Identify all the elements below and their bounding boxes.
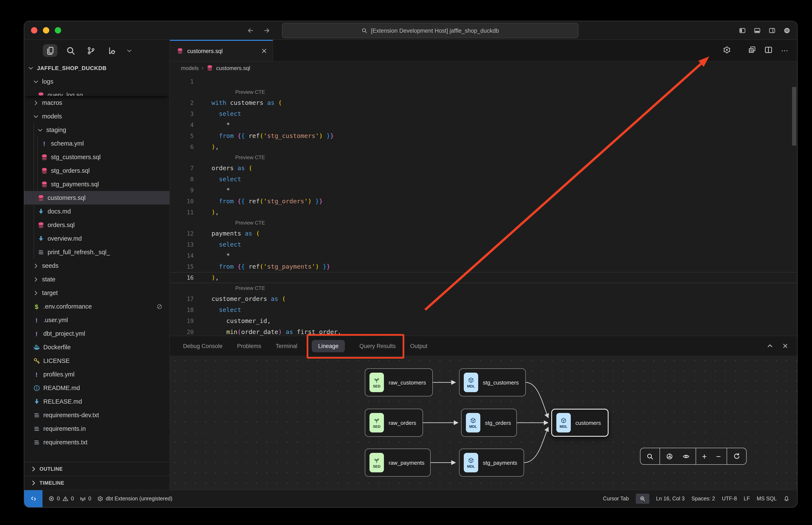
- close-window-button[interactable]: [31, 27, 38, 33]
- tree-item-target[interactable]: target: [24, 286, 169, 300]
- maximize-panel-icon[interactable]: [767, 343, 773, 349]
- codelens-preview-cte[interactable]: Preview CTE: [170, 218, 797, 228]
- tree-item-stg-payments-sql[interactable]: stg_payments.sql: [24, 177, 169, 191]
- notifications-bell[interactable]: [784, 496, 789, 502]
- lineage-aperture-button[interactable]: [666, 453, 673, 460]
- tree-item-dbt-project-yml[interactable]: !dbt_project.yml: [24, 327, 169, 340]
- lineage-node-customers[interactable]: MDLcustomers: [551, 409, 609, 437]
- toggle-panel-icon[interactable]: [754, 27, 761, 34]
- problems-status[interactable]: 0 0: [48, 496, 74, 502]
- tree-item-macros[interactable]: macros: [24, 96, 169, 109]
- tree-item-logs[interactable]: logs: [24, 75, 169, 88]
- tree-item-stg-customers-sql[interactable]: stg_customers.sql: [24, 150, 169, 164]
- eol-status[interactable]: LF: [744, 496, 750, 502]
- lineage-eye-button[interactable]: [682, 453, 690, 460]
- panel-tab-terminal[interactable]: Terminal: [276, 343, 297, 349]
- minimize-window-button[interactable]: [43, 27, 49, 33]
- tree-item-print-full-refresh-sql-[interactable]: print_full_refresh._sql_: [24, 245, 169, 259]
- code-editor[interactable]: 1Preview CTE2with customers as (3 select…: [170, 74, 797, 336]
- lineage-node-stg_payments[interactable]: MDLstg_payments: [459, 449, 524, 477]
- lineage-canvas[interactable]: SEDraw_customersMDLstg_customersSEDraw_o…: [170, 356, 797, 490]
- breadcrumb-folder[interactable]: models: [181, 65, 199, 71]
- cursor-position-status[interactable]: Ln 16, Col 3: [656, 496, 684, 502]
- tree-item-overview-md[interactable]: overview.md: [24, 232, 169, 245]
- code-line-8[interactable]: 8 select: [170, 174, 797, 185]
- code-line-9[interactable]: 9 *: [170, 185, 797, 196]
- tree-item-readme-md[interactable]: README.md: [24, 381, 169, 395]
- nav-back-button[interactable]: [247, 27, 254, 34]
- lineage-plus-button[interactable]: +: [702, 452, 707, 460]
- code-line-19[interactable]: 19 customer_id,: [170, 315, 797, 326]
- code-line-13[interactable]: 13 select: [170, 239, 797, 250]
- panel-tab-problems[interactable]: Problems: [237, 343, 261, 349]
- tree-item-dockerfile[interactable]: Dockerfile: [24, 340, 169, 354]
- ellipsis-action-icon[interactable]: ⋯: [781, 46, 789, 55]
- tree-item-jaffle-shop-duckdb[interactable]: JAFFLE_SHOP_DUCKDB: [24, 61, 169, 75]
- panel-tab-debug-console[interactable]: Debug Console: [183, 343, 223, 349]
- tree-item--env-conformance[interactable]: $.env.conformance: [24, 300, 169, 313]
- breadcrumb[interactable]: models › customers.sql: [170, 62, 797, 74]
- code-line-11[interactable]: 11),: [170, 207, 797, 218]
- lineage-refresh-button[interactable]: [733, 453, 740, 460]
- outline-section[interactable]: OUTLINE: [24, 462, 169, 476]
- nav-forward-button[interactable]: [263, 27, 270, 34]
- zoom-status[interactable]: [636, 494, 649, 504]
- tree-item-state[interactable]: state: [24, 272, 169, 286]
- lineage-search-small-button[interactable]: [646, 453, 654, 460]
- code-line-16[interactable]: 16),: [170, 272, 797, 283]
- activity-search-button[interactable]: [63, 44, 78, 57]
- code-line-2[interactable]: 2with customers as (: [170, 97, 797, 108]
- code-line-1[interactable]: 1: [170, 76, 797, 87]
- zoom-window-button[interactable]: [55, 27, 61, 33]
- remote-indicator[interactable]: [24, 490, 43, 507]
- table-copy-action-icon[interactable]: [748, 46, 756, 55]
- panel-tab-query-results[interactable]: Query Results: [359, 343, 396, 349]
- toggle-sidebar-icon[interactable]: [739, 27, 746, 34]
- tree-item-requirements-dev-txt[interactable]: requirements-dev.txt: [24, 408, 169, 422]
- tree-item-docs-md[interactable]: docs.md: [24, 205, 169, 218]
- codelens-preview-cte[interactable]: Preview CTE: [170, 87, 797, 97]
- language-status[interactable]: MS SQL: [757, 496, 777, 502]
- dbt-action-icon[interactable]: [723, 46, 731, 55]
- tree-item-seeds[interactable]: seeds: [24, 259, 169, 272]
- tree-item-models[interactable]: models: [24, 109, 169, 123]
- tree-item-requirements-in[interactable]: requirements.in: [24, 422, 169, 435]
- code-line-17[interactable]: 17customer_orders as (: [170, 293, 797, 304]
- breadcrumb-file[interactable]: customers.sql: [216, 65, 250, 71]
- code-line-5[interactable]: 5 from {{ ref('stg_customers') }}: [170, 130, 797, 141]
- timeline-section[interactable]: TIMELINE: [24, 476, 169, 490]
- tree-item-requirements-txt[interactable]: requirements.txt: [24, 435, 169, 449]
- code-line-12[interactable]: 12payments as (: [170, 228, 797, 239]
- tree-item-release-md[interactable]: RELEASE.md: [24, 395, 169, 408]
- tree-item-query-log-sq[interactable]: query_log.sq: [24, 88, 169, 96]
- activity-run-debug-button[interactable]: [104, 44, 118, 57]
- code-line-14[interactable]: 14 *: [170, 250, 797, 261]
- code-line-15[interactable]: 15 from {{ ref('stg_payments') }}: [170, 261, 797, 272]
- code-line-18[interactable]: 18 select: [170, 304, 797, 315]
- tree-item-schema-yml[interactable]: !schema.yml: [24, 137, 169, 150]
- ports-status[interactable]: 0: [80, 496, 91, 502]
- tree-item-license[interactable]: LICENSE: [24, 354, 169, 368]
- close-panel-icon[interactable]: [782, 343, 789, 349]
- code-line-10[interactable]: 10 from {{ ref('stg_orders') }}: [170, 196, 797, 207]
- lineage-node-raw_orders[interactable]: SEDraw_orders: [365, 409, 423, 437]
- tree-item-staging[interactable]: staging: [24, 123, 169, 137]
- tree-item-orders-sql[interactable]: orders.sql: [24, 218, 169, 232]
- activity-source-control-button[interactable]: [84, 44, 98, 57]
- code-line-6[interactable]: 6),: [170, 141, 797, 152]
- code-line-20[interactable]: 20 min(order_date) as first_order,: [170, 326, 797, 336]
- code-line-4[interactable]: 4 *: [170, 119, 797, 130]
- tab-customers-sql[interactable]: customers.sql: [170, 40, 273, 61]
- lineage-minus-button[interactable]: −: [716, 452, 721, 460]
- panel-tab-lineage[interactable]: Lineage: [312, 340, 345, 352]
- indentation-status[interactable]: Spaces: 2: [691, 496, 715, 502]
- lineage-node-stg_orders[interactable]: MDLstg_orders: [461, 409, 517, 437]
- code-line-3[interactable]: 3 select: [170, 108, 797, 119]
- lineage-node-raw_payments[interactable]: SEDraw_payments: [365, 449, 431, 477]
- tree-item-customers-sql[interactable]: customers.sql: [24, 191, 169, 205]
- editor-scrollbar[interactable]: [792, 87, 796, 146]
- toggle-secondary-sidebar-icon[interactable]: [769, 27, 776, 34]
- tree-item-profiles-yml[interactable]: !profiles.yml: [24, 368, 169, 381]
- activity-files-button[interactable]: [43, 44, 57, 57]
- encoding-status[interactable]: UTF-8: [722, 496, 737, 502]
